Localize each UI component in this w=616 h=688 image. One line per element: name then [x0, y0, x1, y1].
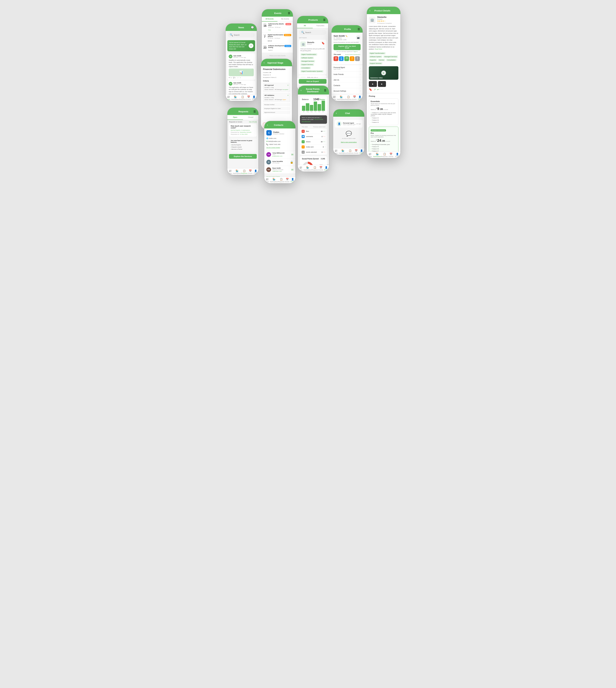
nav-profile-9[interactable]: 👤Profile	[359, 149, 364, 154]
sign-in-link[interactable]: Sign In	[353, 51, 357, 52]
post-reply-1[interactable]: ↩	[240, 77, 241, 79]
play-btn[interactable]: ▶	[381, 71, 386, 75]
nav-events-9[interactable]: 📅Events	[353, 149, 359, 154]
nav-marketplace-6[interactable]: 🏪Marketplace	[270, 178, 278, 182]
explore-services-btn[interactable]: Explore the Services	[229, 154, 257, 159]
menu-join-us[interactable]: Join Us ›	[332, 77, 362, 83]
nav-profile-6[interactable]: 👤Profile	[290, 178, 295, 182]
products-search-input[interactable]	[305, 31, 328, 34]
nav-requests-3[interactable]: 📋Requests	[241, 170, 247, 174]
news-search-input[interactable]	[234, 34, 257, 36]
nav-profile-10[interactable]: 👤Profile	[394, 153, 400, 157]
upgrade-item-2: Request a Quote	[231, 146, 255, 148]
tab-closed[interactable]: Closed	[243, 115, 259, 120]
nav-requests-7[interactable]: 📋Requests	[345, 95, 352, 100]
pd-bookmark-icon[interactable]: 🔖	[369, 88, 372, 91]
see-all-requests[interactable]: See All (10)	[249, 121, 257, 123]
nav-marketplace-7[interactable]: 🏪Marketplace	[337, 95, 345, 100]
post-card-2: SS Sam Smith Member • 1 hour ago This ap…	[227, 81, 255, 94]
menu-contacts[interactable]: Contacts ›	[332, 83, 362, 88]
menu-invite-friends[interactable]: Invite Friends ›	[332, 72, 362, 77]
profile-menu-icon[interactable]: ☰	[357, 27, 360, 31]
see-all-contacts-1[interactable]: See All Contact Details	[266, 147, 280, 148]
pd-more-icon[interactable]: ···	[380, 88, 383, 91]
products-search-bar[interactable]: 🔍 ⚙	[299, 30, 326, 35]
nav-requests-9[interactable]: 📋Requests	[347, 149, 353, 154]
nav-news-6[interactable]: 📰News	[264, 178, 270, 182]
nav-requests-8[interactable]: 📋Requests	[312, 166, 318, 171]
post-share-1[interactable]: ↗	[237, 77, 238, 79]
bar-aug: Aug	[306, 103, 309, 112]
requests-menu-icon[interactable]: ☰	[254, 110, 256, 113]
nav-events-6[interactable]: 📅Events	[284, 178, 290, 182]
point-chip-events: 0 ★	[355, 56, 360, 61]
contact-email-icon-1[interactable]: ✉	[291, 153, 293, 156]
tab-favourites[interactable]: Favourites	[313, 23, 328, 28]
menu-account-settings[interactable]: Account Settings ›	[332, 88, 362, 94]
nav-marketplace-8[interactable]: 🏪Marketplace	[304, 166, 312, 171]
post-author-1: Sam Smith	[234, 55, 254, 57]
criteria-chevron-1[interactable]: ∨	[287, 84, 288, 86]
person-avatar-3: RM	[266, 167, 271, 172]
nav-events-10[interactable]: 📅Events	[388, 153, 394, 157]
nav-profile-3[interactable]: 👤Profile	[253, 170, 259, 174]
events-menu-icon[interactable]: ☰	[288, 12, 290, 15]
menu-personal-agent[interactable]: Personal Agent Ryan Smith ›	[332, 65, 362, 72]
nav-marketplace-10[interactable]: 🏪Marketplace	[373, 153, 381, 157]
chevron-personal-agent: ›	[360, 67, 360, 69]
nav-events-3[interactable]: 📅Events	[247, 170, 253, 174]
register-work-email-btn[interactable]: Register with Your Work Email	[333, 44, 360, 50]
nav-events[interactable]: 📅Events	[246, 95, 251, 100]
social-menu-icon[interactable]: ☰	[324, 89, 326, 92]
profile-header-bar: Profile ☰	[332, 25, 362, 33]
criteria-chevron-2[interactable]: ∧	[287, 94, 288, 96]
nav-profile-8[interactable]: 👤Profile	[324, 166, 329, 171]
dashboard-link[interactable]: Social Points Dashboard ›	[345, 54, 361, 55]
contact-email-icon-3[interactable]: ✉	[291, 168, 293, 171]
nav-requests-6[interactable]: 📋Requests	[278, 178, 284, 182]
nav-requests[interactable]: 📋Requests	[239, 95, 246, 100]
product-bookmark-1[interactable]: 🔖	[322, 42, 325, 45]
tab-all-events[interactable]: All Events	[262, 17, 278, 22]
pd-video[interactable]: ▶ Awareness Video	[369, 66, 398, 80]
see-post-link[interactable]: See latest post	[302, 121, 310, 122]
camera-icon[interactable]: 📷	[356, 35, 360, 40]
news-search-bar[interactable]: 🔍 ⚙	[228, 32, 255, 38]
nav-news-3[interactable]: 📰News	[227, 170, 233, 174]
nav-news-9[interactable]: 📰News	[333, 149, 339, 154]
nav-news[interactable]: 📰News	[226, 95, 231, 100]
nav-events-8[interactable]: 📅Events	[318, 166, 324, 171]
nav-profile[interactable]: 👤Profile	[251, 95, 257, 100]
nav-profile-7[interactable]: 👤Profile	[357, 95, 362, 100]
pd-reply-icon[interactable]: ↩	[377, 88, 379, 91]
bar-chart: Jul Aug Sep Oct	[302, 102, 325, 112]
products-search-icon: 🔍	[301, 31, 305, 34]
ask-expert-btn[interactable]: Ask an Expert	[299, 79, 327, 84]
person-info-3: Ryan Smith Director of Growth rs@cieden.…	[272, 167, 283, 172]
pd-thumb-1[interactable]: ▶	[369, 81, 377, 87]
start-conversation-link[interactable]: Start a new conversation	[341, 142, 357, 143]
tab-my-events[interactable]: My Events	[278, 17, 293, 22]
nav-news-10[interactable]: 📰News	[367, 153, 373, 157]
event-info-2: Digital transformation phases 11:30 am -…	[268, 34, 284, 42]
pd-product-icon: 🏢	[369, 17, 376, 23]
tab-open[interactable]: Open	[227, 115, 243, 120]
news-menu-icon[interactable]: 💬	[251, 26, 254, 29]
nav-news-8[interactable]: 📰News	[298, 166, 304, 171]
nav-requests-10[interactable]: 📋Requests	[381, 153, 388, 157]
nav-events-7[interactable]: 📅Events	[352, 95, 357, 100]
post-like-1[interactable]: ❤ 79	[229, 77, 232, 79]
tab-all-products[interactable]: All	[297, 23, 313, 28]
post-comment-1[interactable]: 💬 4	[233, 77, 236, 79]
post-text-1: Deadline to automatically create leads. …	[229, 59, 254, 68]
nav-marketplace-9[interactable]: 🏪Marketplace	[339, 149, 347, 154]
nav-marketplace[interactable]: 🏪Marketplace	[231, 95, 239, 100]
nav-marketplace-3[interactable]: 🏪Marketplace	[233, 170, 241, 174]
explore-btn-container: Explore the Services	[227, 153, 259, 160]
edit-icon[interactable]: ✏️	[346, 35, 348, 37]
nav-news-7[interactable]: 📰News	[332, 95, 337, 100]
products-menu-icon[interactable]: ☰	[323, 18, 326, 22]
read-more-link[interactable]: Read More	[375, 48, 382, 50]
pd-share-icon[interactable]: ↗	[374, 88, 376, 91]
pd-thumb-2[interactable]: ▶	[378, 81, 386, 87]
